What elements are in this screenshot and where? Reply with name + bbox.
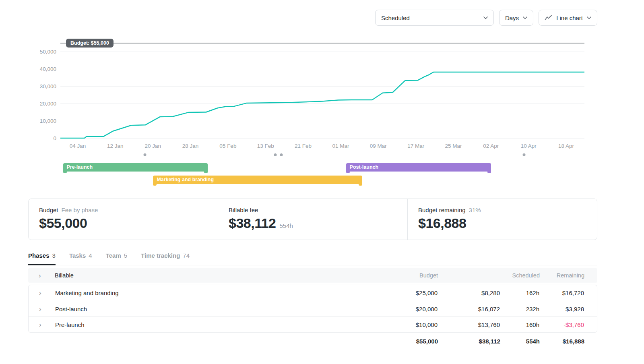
tab-bar: Phases3 Tasks4 Team5 Time tracking74: [28, 252, 597, 265]
phase-name: Post-launch: [55, 306, 377, 312]
stat-budget-value: $55,000: [39, 215, 207, 231]
x-axis-tick-label: 21 Feb: [295, 143, 312, 149]
days-dropdown-label: Days: [505, 14, 519, 21]
budget-badge: Budget: $55,000: [66, 39, 114, 48]
x-axis-tick-label: 04 Jan: [70, 143, 86, 149]
milestone-dot[interactable]: [523, 153, 526, 156]
phase-bar-post-launch[interactable]: Post-launch: [346, 163, 491, 172]
stat-budget-remaining: Budget remaining31% $16,888: [407, 199, 597, 240]
stat-budget-sublabel: Fee by phase: [62, 207, 98, 213]
column-scheduled: Scheduled: [438, 272, 540, 279]
budget-burn-chart: 010,00020,00030,00040,00050,000Budget: $…: [28, 37, 597, 187]
chevron-down-icon: [483, 17, 488, 19]
line-chart-icon: [545, 15, 552, 21]
x-axis-tick-label: 17 Mar: [407, 143, 424, 149]
phase-name: Marketing and branding: [55, 290, 377, 296]
gridline: [60, 138, 584, 139]
table-totals-row: $55,000 $38,112 554h $16,888: [28, 333, 597, 350]
tab-tasks[interactable]: Tasks4: [69, 252, 92, 265]
phase-hours: 232h: [500, 306, 539, 312]
phase-scheduled: $13,760: [438, 321, 500, 328]
phase-budget: $10,000: [377, 321, 438, 328]
total-budget: $55,000: [378, 338, 438, 345]
stat-billable-fee: Billable fee $38,112554h: [218, 199, 407, 240]
phase-hours: 162h: [500, 290, 539, 296]
y-axis-tick-label: 0: [53, 135, 56, 141]
x-axis-tick-label: 01 Mar: [332, 143, 349, 149]
tab-team[interactable]: Team5: [106, 252, 127, 265]
phase-bar-marketing-and-branding[interactable]: Marketing and branding: [153, 176, 362, 184]
milestone-dot[interactable]: [274, 153, 277, 156]
total-scheduled: $38,112: [438, 338, 500, 345]
x-axis-tick-label: 09 Mar: [370, 143, 387, 149]
table-body: › Marketing and branding $25,000 $8,280 …: [28, 285, 597, 333]
tab-team-label: Team: [106, 252, 121, 259]
milestone-dot[interactable]: [280, 153, 283, 156]
x-axis-tick-label: 13 Feb: [257, 143, 274, 149]
scheduled-dropdown[interactable]: Scheduled: [375, 10, 494, 26]
tab-tasks-label: Tasks: [69, 252, 86, 259]
x-axis-tick-label: 18 Apr: [558, 143, 574, 149]
days-dropdown[interactable]: Days: [499, 10, 533, 26]
stat-budget-label: Budget: [39, 207, 58, 213]
stat-billable-fee-label: Billable fee: [229, 207, 258, 213]
phase-bar-pre-launch[interactable]: Pre-launch: [63, 163, 208, 172]
expand-chevron-icon[interactable]: ›: [39, 290, 55, 296]
tab-phases[interactable]: Phases3: [28, 252, 56, 265]
y-axis-tick-label: 40,000: [40, 66, 56, 72]
total-hours: 554h: [500, 338, 540, 345]
stat-billable-fee-hours: 554h: [280, 222, 293, 229]
toolbar: Scheduled Days Line chart: [28, 0, 597, 26]
chevron-down-icon: [587, 17, 591, 19]
tab-phases-label: Phases: [28, 252, 50, 259]
y-axis-tick-label: 10,000: [40, 118, 56, 124]
phase-budget: $25,000: [377, 290, 438, 296]
phase-scheduled: $16,072: [438, 306, 500, 312]
phase-scheduled: $8,280: [438, 290, 500, 296]
x-axis-tick-label: 10 Apr: [521, 143, 537, 149]
y-axis-tick-label: 50,000: [40, 49, 56, 55]
tab-team-count: 5: [124, 252, 127, 259]
phase-remaining: $16,720: [539, 290, 584, 296]
chart-type-dropdown[interactable]: Line chart: [539, 10, 597, 26]
phase-remaining: -$3,760: [539, 321, 584, 328]
phase-remaining: $3,928: [539, 306, 584, 312]
stat-budget-remaining-label: Budget remaining: [418, 207, 466, 213]
tab-time-tracking-label: Time tracking: [141, 252, 180, 259]
phase-hours: 160h: [500, 321, 539, 328]
phase-name: Pre-launch: [55, 321, 377, 328]
stat-budget: BudgetFee by phase $55,000: [29, 199, 218, 240]
stat-billable-fee-value: $38,112: [229, 215, 276, 231]
stat-budget-remaining-value: $16,888: [418, 215, 586, 231]
chart-plot-area[interactable]: 010,00020,00030,00040,00050,000Budget: $…: [60, 37, 584, 138]
scheduled-dropdown-label: Scheduled: [381, 14, 410, 21]
tab-tasks-count: 4: [89, 252, 92, 259]
chart-type-dropdown-label: Line chart: [556, 14, 583, 21]
x-axis-tick-label: 25 Mar: [445, 143, 462, 149]
x-axis-tick-label: 05 Feb: [219, 143, 236, 149]
expand-chevron-icon[interactable]: ›: [39, 272, 55, 279]
x-axis-tick-label: 28 Jan: [182, 143, 199, 149]
x-axis-tick-label: 02 Apr: [483, 143, 499, 149]
x-axis-tick-label: 20 Jan: [144, 143, 161, 149]
x-axis-tick-label: 12 Jan: [107, 143, 124, 149]
table-row[interactable]: › Post-launch $20,000 $16,072 232h $3,92…: [29, 301, 597, 316]
table-header-row: › Billable Budget Scheduled Remaining: [28, 268, 597, 283]
table-row[interactable]: › Marketing and branding $25,000 $8,280 …: [29, 285, 597, 301]
expand-chevron-icon[interactable]: ›: [39, 306, 55, 312]
milestone-dot[interactable]: [143, 153, 146, 156]
column-remaining: Remaining: [540, 272, 584, 279]
expand-chevron-icon[interactable]: ›: [39, 321, 55, 328]
table-row[interactable]: › Pre-launch $10,000 $13,760 160h -$3,76…: [29, 316, 597, 332]
main-content: Scheduled Days Line chart 010,00020,0003…: [28, 0, 597, 350]
tab-time-tracking-count: 74: [183, 252, 190, 259]
chevron-down-icon: [523, 17, 527, 19]
stat-budget-remaining-percent: 31%: [469, 207, 481, 213]
tab-time-tracking[interactable]: Time tracking74: [141, 252, 190, 265]
tab-phases-count: 3: [52, 252, 56, 259]
column-budget: Budget: [378, 272, 438, 279]
phase-budget: $20,000: [377, 306, 438, 312]
phases-table: › Billable Budget Scheduled Remaining › …: [28, 268, 597, 350]
total-remaining: $16,888: [540, 338, 584, 345]
y-axis-tick-label: 30,000: [40, 83, 56, 89]
